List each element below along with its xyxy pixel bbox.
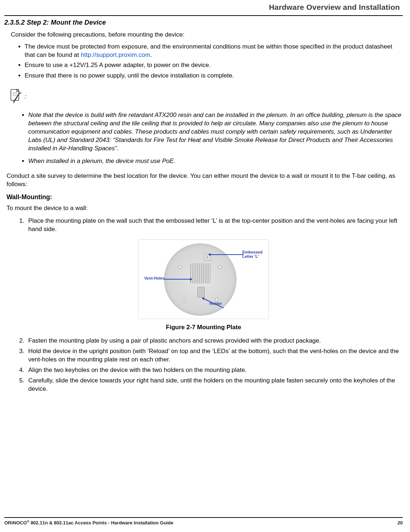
note-list: Note that the device is build with fire … bbox=[28, 111, 403, 166]
holder-graphic bbox=[197, 287, 205, 298]
page-footer: ORiNOCO® 802.11n & 802.11ac Access Point… bbox=[4, 514, 403, 526]
list-item: Align the two keyholes on the device wit… bbox=[26, 366, 403, 374]
list-item: Place the mounting plate on the wall suc… bbox=[26, 217, 403, 234]
screw-hole bbox=[218, 265, 222, 269]
support-link[interactable]: http://support.proxim.com bbox=[81, 51, 150, 58]
bullet-text-post: . bbox=[150, 51, 152, 58]
header-rule bbox=[4, 15, 403, 16]
list-item: Note that the device is build with fire … bbox=[28, 111, 403, 153]
section-heading: 2.3.5.2 Step 2: Mount the Device bbox=[4, 18, 403, 27]
footer-rule bbox=[4, 517, 403, 518]
wall-steps-continued: Fasten the mounting plate by using a pai… bbox=[17, 337, 403, 393]
wall-steps: Place the mounting plate on the wall suc… bbox=[17, 217, 403, 234]
figure-caption: Figure 2-7 Mounting Plate bbox=[4, 323, 403, 332]
figure-box: L Embossed Letter 'L' Vent-Holes Holder bbox=[138, 239, 269, 319]
footer-doc-title: ORiNOCO® 802.11n & 802.11ac Access Point… bbox=[4, 519, 173, 526]
note-icon bbox=[9, 89, 23, 105]
screw-hole bbox=[179, 265, 182, 269]
note-block: : Note that the device is build with fir… bbox=[9, 89, 403, 166]
wall-mounting-heading: Wall-Mounting: bbox=[7, 193, 403, 202]
note-colon: : bbox=[25, 93, 26, 101]
list-item: Ensure that there is no power supply, un… bbox=[25, 72, 403, 80]
bullet-text-pre: The device must be protected from exposu… bbox=[25, 43, 392, 58]
arrow-icon bbox=[210, 254, 244, 255]
chapter-header: Hardware Overview and Installation bbox=[4, 0, 403, 15]
page-number: 20 bbox=[398, 520, 403, 526]
footer-brand: ORiNOCO bbox=[4, 520, 27, 525]
list-item: When installed in a plenum, the device m… bbox=[28, 157, 403, 166]
wall-intro: To mount the device to a wall: bbox=[7, 204, 403, 213]
list-item: Carefully, slide the device towards your… bbox=[26, 377, 403, 393]
arrow-icon bbox=[164, 279, 190, 280]
figure-mounting-plate: L Embossed Letter 'L' Vent-Holes Holder bbox=[138, 239, 269, 319]
list-item: Hold the device in the upright position … bbox=[26, 347, 403, 364]
precaution-list: The device must be protected from exposu… bbox=[25, 43, 403, 80]
list-item: The device must be protected from exposu… bbox=[25, 43, 403, 59]
list-item: Fasten the mounting plate by using a pai… bbox=[26, 337, 403, 345]
survey-paragraph: Conduct a site survey to determine the b… bbox=[7, 172, 403, 189]
section-intro: Consider the following precautions, befo… bbox=[11, 31, 403, 39]
callout-vent-holes: Vent-Holes bbox=[139, 276, 165, 280]
callout-embossed-l: Embossed Letter 'L' bbox=[242, 250, 268, 259]
screw-hole bbox=[182, 298, 186, 301]
list-item: Ensure to use a +12V/1.25 A power adapte… bbox=[25, 61, 403, 70]
screw-hole bbox=[215, 298, 218, 301]
registered-icon: ® bbox=[27, 520, 29, 523]
page: Hardware Overview and Installation 2.3.5… bbox=[0, 0, 410, 532]
vent-holes-graphic bbox=[190, 263, 210, 284]
footer-subtitle: 802.11n & 802.11ac Access Points - Hardw… bbox=[29, 520, 173, 525]
